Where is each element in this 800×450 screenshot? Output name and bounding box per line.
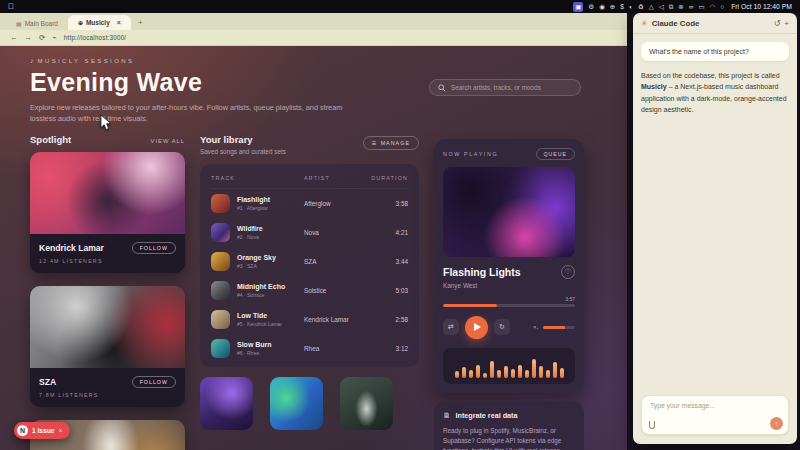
equalizer-bar bbox=[553, 362, 557, 378]
integrate-card: 🗎 Integrate real data Ready to plug in S… bbox=[434, 402, 584, 450]
equalizer-bar bbox=[462, 367, 466, 378]
table-row[interactable]: Orange Sky #3 · SZA SZA 3:44 bbox=[211, 247, 408, 276]
album-art bbox=[443, 167, 575, 257]
equalizer-bar bbox=[455, 371, 459, 378]
table-row[interactable]: Slow Burn #6 · Rhea Rhea 3:12 bbox=[211, 334, 408, 363]
play-circle-icon[interactable]: ⊚ bbox=[678, 2, 683, 12]
table-row[interactable]: Low Tide #5 · Kendrick Lamar Kendrick La… bbox=[211, 305, 408, 334]
equalizer-bar bbox=[525, 370, 529, 378]
library-table: TRACK ARTIST DURATION Flashlight #1 · Af… bbox=[200, 164, 419, 367]
follow-button[interactable]: FOLLOW bbox=[132, 242, 176, 254]
equalizer-bar bbox=[560, 368, 564, 378]
sync-icon[interactable]: ♻ bbox=[638, 2, 644, 12]
screen-share-icon[interactable]: ▣ bbox=[573, 2, 583, 12]
track-title: Flashlight bbox=[237, 196, 270, 203]
track-duration: 4:21 bbox=[366, 229, 408, 236]
artist-card-kendrick[interactable]: Kendrick Lamar FOLLOW 12.4M LISTENERS bbox=[30, 152, 185, 273]
assistant-response: Based on the codebase, this project is c… bbox=[641, 70, 789, 115]
heart-icon[interactable]: ♡ bbox=[561, 265, 575, 279]
equalizer-bar bbox=[511, 369, 515, 378]
nextjs-logo-icon: N bbox=[17, 425, 28, 436]
manage-button[interactable]: ☰ MANAGE bbox=[363, 136, 419, 150]
claude-title: Claude Code bbox=[652, 19, 700, 28]
track-title: Low Tide bbox=[237, 312, 282, 319]
volume-icon[interactable]: ◁ bbox=[659, 2, 664, 12]
pointer-tool-icon[interactable]: ⌁ bbox=[52, 33, 57, 42]
history-icon[interactable]: ↺ bbox=[774, 19, 781, 28]
track-artist: SZA bbox=[304, 258, 366, 265]
track-artist: Afterglow bbox=[304, 200, 366, 207]
volume-slider[interactable] bbox=[543, 326, 575, 329]
equalizer-bar bbox=[518, 365, 522, 378]
song-artist: Kanye West bbox=[443, 282, 575, 289]
table-row[interactable]: Midnight Echo #4 · Solstice Solstice 5:0… bbox=[211, 276, 408, 305]
follow-button[interactable]: FOLLOW bbox=[132, 376, 176, 388]
track-title: Midnight Echo bbox=[237, 283, 285, 290]
forward-icon[interactable]: → bbox=[25, 33, 33, 42]
glasses-icon[interactable]: ∞ bbox=[689, 2, 694, 12]
progress-bar[interactable] bbox=[443, 304, 575, 307]
main-content: Spotlight VIEW ALL Kendrick Lamar FOLLOW… bbox=[0, 134, 627, 450]
apple-menu-icon[interactable]:  bbox=[8, 0, 14, 13]
table-row[interactable]: Flashlight #1 · Afterglow Afterglow 3:58 bbox=[211, 189, 408, 218]
track-duration: 3:12 bbox=[366, 345, 408, 352]
new-chat-icon[interactable]: + bbox=[784, 19, 789, 28]
shuffle-icon[interactable]: ⇄ bbox=[443, 319, 459, 335]
spotlight-heading: Spotlight bbox=[30, 134, 71, 145]
track-duration: 3:58 bbox=[366, 200, 408, 207]
track-duration: 3:44 bbox=[366, 258, 408, 265]
now-playing-label: NOW PLAYING bbox=[443, 151, 498, 157]
playlist-tile[interactable] bbox=[340, 377, 393, 430]
table-row[interactable]: Wildfire #2 · Nova Nova 4:21 bbox=[211, 218, 408, 247]
browser-window: ▤ Main Board ⊕ Musicly × + ← → ⟳ ⌁ http:… bbox=[0, 13, 627, 450]
search-icon[interactable]: ○ bbox=[720, 2, 724, 12]
integrate-heading: Integrate real data bbox=[456, 411, 518, 420]
progress-fill bbox=[443, 304, 497, 307]
track-title: Orange Sky bbox=[237, 254, 276, 261]
back-icon[interactable]: ← bbox=[10, 33, 18, 42]
playlist-tile[interactable] bbox=[270, 377, 323, 430]
view-all-link[interactable]: VIEW ALL bbox=[151, 138, 185, 144]
reload-icon[interactable]: ⟳ bbox=[39, 33, 45, 42]
track-artist: Nova bbox=[304, 229, 366, 236]
track-duration: 5:03 bbox=[366, 287, 408, 294]
url-bar[interactable]: http://localhost:3000/ bbox=[64, 34, 127, 41]
display-icon[interactable]: ◐ bbox=[629, 2, 633, 12]
library-column: Your library Saved songs and curated set… bbox=[200, 134, 419, 450]
volume-icon[interactable]: ◁᎐ bbox=[533, 324, 539, 330]
song-duration: 3:57 bbox=[443, 296, 575, 302]
close-icon[interactable]: × bbox=[58, 427, 62, 434]
wifi-icon[interactable]: ◠ bbox=[710, 2, 716, 12]
track-art bbox=[211, 339, 230, 358]
close-tab-icon[interactable]: × bbox=[117, 19, 121, 26]
search-input[interactable]: Search artists, tracks, or moods bbox=[429, 79, 581, 96]
new-tab-button[interactable]: + bbox=[131, 15, 150, 30]
equalizer-bar bbox=[483, 373, 487, 378]
airdrop-icon[interactable]: △ bbox=[649, 2, 654, 12]
playlist-tile[interactable] bbox=[200, 377, 253, 430]
settings-icon[interactable]: ⚙ bbox=[588, 2, 594, 12]
play-button[interactable] bbox=[465, 316, 488, 339]
battery-icon[interactable]: ▭ bbox=[698, 2, 704, 12]
send-button[interactable]: ↑ bbox=[770, 417, 783, 430]
nextjs-issue-badge[interactable]: N 1 Issue × bbox=[14, 422, 70, 439]
queue-button[interactable]: QUEUE bbox=[536, 148, 575, 160]
attachment-icon[interactable] bbox=[649, 421, 655, 429]
finance-icon[interactable]: $ bbox=[620, 2, 624, 12]
record-icon[interactable]: ◉ bbox=[599, 2, 605, 12]
tab-musicly[interactable]: ⊕ Musicly × bbox=[68, 15, 131, 30]
globe-icon[interactable]: ⊕ bbox=[610, 2, 615, 12]
repeat-icon[interactable]: ↻ bbox=[494, 319, 510, 335]
windows-icon[interactable]: ⧉ bbox=[669, 2, 674, 12]
musicly-app: ♪ MUSICLY SESSIONS Evening Wave Explore … bbox=[0, 46, 627, 450]
artist-card-sza[interactable]: SZA FOLLOW 7.8M LISTENERS bbox=[30, 286, 185, 407]
playlist-thumbnails bbox=[200, 377, 419, 430]
volume-fill bbox=[543, 326, 565, 329]
track-artist: Rhea bbox=[304, 345, 366, 352]
menubar-clock[interactable]: Fri Oct 10 12:40 PM bbox=[731, 3, 792, 10]
message-input[interactable]: Type your message... ↑ bbox=[641, 395, 789, 435]
input-placeholder: Type your message... bbox=[650, 402, 715, 409]
tab-label: Musicly bbox=[86, 19, 110, 26]
tab-main-board[interactable]: ▤ Main Board bbox=[6, 17, 68, 30]
browser-toolbar: ← → ⟳ ⌁ http://localhost:3000/ bbox=[0, 30, 627, 46]
